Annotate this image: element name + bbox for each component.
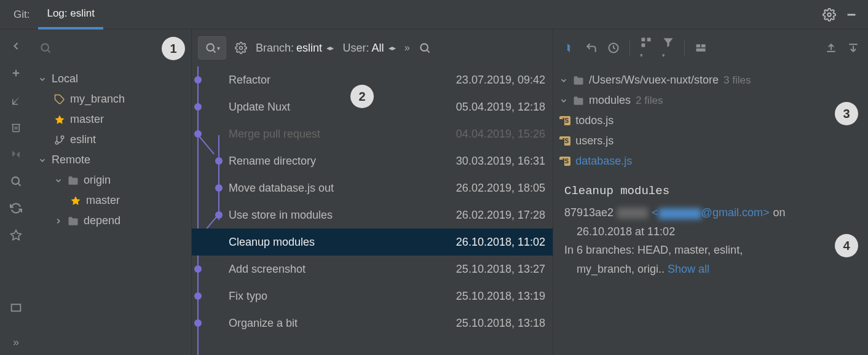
refresh-icon[interactable] bbox=[9, 201, 23, 215]
arrow-down-left-icon[interactable] bbox=[9, 93, 23, 107]
commit-row[interactable]: Organize a bit25.10.2018, 13:18 bbox=[192, 310, 553, 337]
tree-origin-group[interactable]: origin bbox=[32, 170, 191, 190]
commit-message: Fix typo bbox=[229, 290, 456, 303]
svg-point-18 bbox=[207, 44, 214, 51]
commit-list[interactable]: Refactor23.07.2019, 09:42Update Nuxt05.0… bbox=[192, 66, 553, 355]
filter-search-button[interactable]: ▾ bbox=[198, 36, 226, 60]
commit-row[interactable]: Merge pull request04.04.2019, 15:26 bbox=[192, 120, 553, 147]
commit-message: Use store in modules bbox=[229, 209, 456, 222]
commit-date: 23.07.2019, 09:42 bbox=[456, 74, 553, 87]
commit-message: Add screenshot bbox=[229, 263, 456, 276]
branch-item[interactable]: master bbox=[32, 109, 191, 130]
commit-date: 25.10.2018, 13:19 bbox=[456, 290, 553, 303]
star-icon bbox=[54, 114, 65, 125]
plus-icon[interactable] bbox=[9, 66, 23, 80]
folder-icon bbox=[68, 175, 79, 186]
origin-label: origin bbox=[84, 174, 111, 187]
js-file-icon: JS bbox=[559, 116, 570, 125]
collapse-icon[interactable] bbox=[847, 42, 859, 54]
svg-rect-28 bbox=[701, 44, 706, 47]
svg-point-0 bbox=[827, 13, 831, 17]
chevron-down-icon bbox=[54, 176, 63, 185]
gear-icon[interactable] bbox=[823, 8, 836, 21]
svg-line-19 bbox=[213, 50, 215, 53]
folder-icon bbox=[573, 75, 584, 86]
commit-row[interactable]: Use store in modules26.02.2019, 17:28 bbox=[192, 201, 553, 228]
tree-depend-group[interactable]: depend bbox=[32, 211, 191, 231]
callout-marker-4: 4 bbox=[835, 234, 858, 257]
branch-item[interactable]: my_branch bbox=[32, 89, 191, 109]
branch-item[interactable]: master bbox=[32, 190, 191, 211]
branch-name: master bbox=[70, 113, 104, 126]
search-icon[interactable] bbox=[9, 174, 23, 188]
commit-row[interactable]: Refactor23.07.2019, 09:42 bbox=[192, 66, 553, 93]
file-tree-modules[interactable]: modules 2 files bbox=[553, 90, 868, 111]
layout-icon[interactable] bbox=[695, 42, 707, 54]
file-item[interactable]: JS todos.js bbox=[553, 111, 868, 131]
callout-marker-2: 2 bbox=[350, 85, 374, 108]
filter-icon[interactable]: ▾ bbox=[662, 36, 674, 60]
group-icon[interactable]: ▾ bbox=[640, 36, 652, 60]
local-label: Local bbox=[52, 72, 78, 85]
callout-marker-3: 3 bbox=[835, 102, 858, 125]
branch-item[interactable]: eslint bbox=[32, 130, 191, 150]
file-name: users.js bbox=[575, 135, 614, 147]
svg-point-21 bbox=[420, 44, 428, 51]
svg-rect-24 bbox=[642, 38, 645, 42]
chevron-down-icon bbox=[38, 156, 47, 165]
branch-filter[interactable]: Branch: eslint ◂▸ bbox=[256, 42, 334, 55]
commit-row[interactable]: Cleanup modules26.10.2018, 11:02 bbox=[192, 228, 553, 256]
undo-icon[interactable] bbox=[585, 42, 598, 54]
file-name: database.js bbox=[575, 155, 632, 168]
folder-icon bbox=[573, 95, 584, 106]
compare-icon[interactable] bbox=[9, 147, 23, 161]
tree-remote-group[interactable]: Remote bbox=[32, 150, 191, 170]
log-tab[interactable]: Log: eslint bbox=[38, 0, 103, 29]
commit-date: 04.04.2019, 15:26 bbox=[456, 128, 553, 141]
commit-date: 26.02.2019, 17:28 bbox=[456, 209, 553, 222]
branch-name: master bbox=[86, 194, 120, 207]
branches-line: In 6 branches: HEAD, master, eslint, bbox=[564, 241, 857, 260]
tree-local-group[interactable]: Local bbox=[32, 69, 191, 89]
search-icon[interactable] bbox=[419, 42, 431, 54]
expand-icon[interactable] bbox=[825, 42, 837, 54]
svg-marker-17 bbox=[71, 196, 81, 205]
root-path: /Users/Ws/vuex-nuxt/store bbox=[589, 74, 719, 87]
redacted-email bbox=[658, 208, 701, 219]
redacted-name bbox=[617, 208, 648, 219]
commit-message: Refactor bbox=[229, 74, 456, 87]
commit-row[interactable]: Rename directory30.03.2019, 16:31 bbox=[192, 147, 553, 174]
collapse-diff-icon[interactable] bbox=[562, 41, 575, 55]
search-icon bbox=[39, 42, 52, 54]
clock-icon[interactable] bbox=[607, 42, 620, 54]
minimize-icon[interactable] bbox=[845, 8, 858, 21]
commit-row[interactable]: Fix typo25.10.2018, 13:19 bbox=[192, 283, 553, 310]
commit-message: Cleanup modules bbox=[229, 236, 456, 249]
chevron-down-icon bbox=[559, 96, 568, 105]
rect-icon[interactable] bbox=[9, 301, 23, 314]
star-icon[interactable] bbox=[9, 228, 23, 242]
remote-label: Remote bbox=[52, 154, 90, 166]
file-item[interactable]: JS database.js bbox=[553, 151, 868, 171]
commit-row[interactable]: Move database.js out26.02.2019, 18:05 bbox=[192, 174, 553, 201]
file-count: 3 files bbox=[724, 74, 751, 87]
top-tabs: Git: Log: eslint bbox=[0, 0, 868, 29]
branches-panel: 1 Local my_branch master eslint bbox=[32, 29, 192, 355]
commit-message: Rename directory bbox=[229, 155, 456, 168]
gear-icon[interactable] bbox=[235, 42, 247, 54]
user-filter[interactable]: User: All ◂▸ bbox=[342, 42, 395, 55]
svg-rect-9 bbox=[12, 305, 21, 311]
commit-row[interactable]: Add screenshot25.10.2018, 13:27 bbox=[192, 256, 553, 283]
svg-point-16 bbox=[55, 141, 58, 144]
more-icon[interactable]: » bbox=[9, 335, 23, 349]
file-item[interactable]: JS users.js bbox=[553, 131, 868, 151]
commit-pane: ▾ Branch: eslint ◂▸ User: All ◂▸ » bbox=[192, 29, 553, 355]
branch-search[interactable]: 1 bbox=[32, 29, 191, 66]
file-tree-root[interactable]: /Users/Ws/vuex-nuxt/store 3 files bbox=[553, 70, 868, 90]
more-icon[interactable]: » bbox=[404, 42, 410, 53]
svg-rect-25 bbox=[647, 38, 651, 42]
branches-line2: my_branch, origi.. Show all bbox=[564, 260, 857, 279]
show-all-link[interactable]: Show all bbox=[668, 263, 709, 275]
trash-icon[interactable] bbox=[9, 120, 23, 134]
collapse-icon[interactable] bbox=[9, 39, 23, 53]
